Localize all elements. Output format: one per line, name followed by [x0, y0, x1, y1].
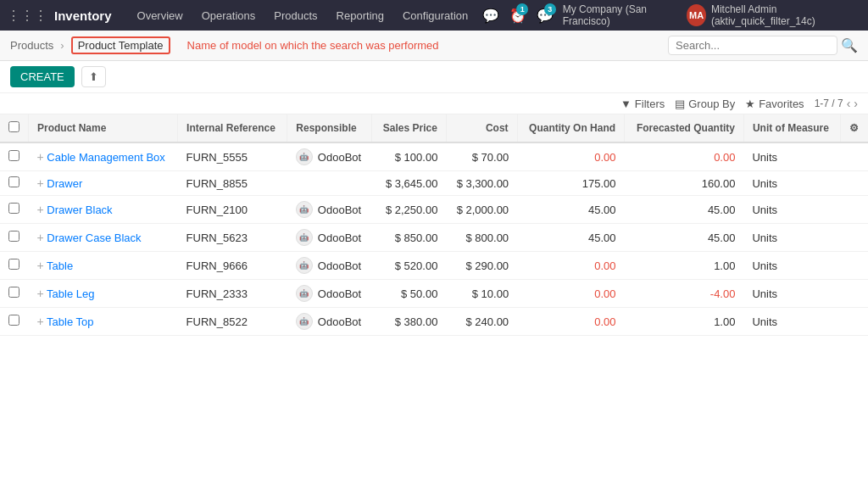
messages-icon[interactable]: 💬 3: [535, 3, 555, 27]
col-product-name[interactable]: Product Name: [29, 114, 178, 142]
product-name-text[interactable]: Table Top: [47, 315, 93, 328]
table-row[interactable]: + Drawer Case BlackFURN_5623🤖OdooBot$ 85…: [0, 224, 868, 252]
cell-unit-of-measure: Units: [743, 171, 840, 196]
cell-unit-of-measure: Units: [743, 142, 840, 171]
cell-product-name: + Table Leg: [29, 280, 178, 308]
responsible-name: OdooBot: [318, 315, 361, 328]
product-name-text[interactable]: Table: [47, 259, 73, 272]
table-row[interactable]: + TableFURN_9666🤖OdooBot$ 520.00$ 290.00…: [0, 252, 868, 280]
table-row[interactable]: + DrawerFURN_8855$ 3,645.00$ 3,300.00175…: [0, 171, 868, 196]
group-by-button[interactable]: ▤ Group By: [675, 98, 735, 110]
col-settings-button[interactable]: ⚙: [841, 114, 868, 142]
next-page-button[interactable]: ›: [854, 97, 858, 110]
cell-forecasted-qty: 1.00: [625, 252, 744, 280]
company-selector[interactable]: My Company (San Francisco): [563, 3, 681, 27]
expand-icon[interactable]: +: [37, 315, 44, 328]
expand-icon[interactable]: +: [37, 231, 44, 244]
user-name: Mitchell Admin (aktiv_quick_filter_14c): [711, 3, 861, 27]
expand-icon[interactable]: +: [37, 203, 44, 216]
col-cost[interactable]: Cost: [446, 114, 517, 142]
cell-qty-on-hand[interactable]: 45.00: [517, 196, 624, 224]
cell-forecasted-qty: 0.00: [625, 142, 744, 171]
cell-responsible: 🤖OdooBot: [287, 308, 372, 336]
create-button[interactable]: CREATE: [10, 66, 75, 87]
row-checkbox[interactable]: [8, 287, 19, 298]
table-wrapper: Product Name Internal Reference Responsi…: [0, 114, 868, 336]
responsible-name: OdooBot: [318, 259, 361, 272]
grid-icon[interactable]: ⋮⋮⋮: [7, 8, 47, 24]
row-checkbox[interactable]: [8, 150, 19, 161]
cell-unit-of-measure: Units: [743, 308, 840, 336]
upload-button[interactable]: ⬆: [81, 66, 106, 87]
prev-page-button[interactable]: ‹: [847, 97, 851, 110]
cell-internal-ref: FURN_8855: [178, 171, 287, 196]
cell-row-settings: [841, 308, 868, 336]
col-qty-on-hand[interactable]: Quantity On Hand: [517, 114, 624, 142]
table-row[interactable]: + Drawer BlackFURN_2100🤖OdooBot$ 2,250.0…: [0, 196, 868, 224]
cell-row-settings: [841, 142, 868, 171]
nav-products[interactable]: Products: [265, 6, 326, 25]
product-name-text[interactable]: Drawer: [47, 177, 82, 190]
cell-qty-on-hand[interactable]: 45.00: [517, 224, 624, 252]
messages-badge: 3: [544, 3, 556, 15]
star-icon: ★: [745, 98, 755, 110]
product-name-text[interactable]: Drawer Black: [47, 204, 112, 216]
row-checkbox[interactable]: [8, 231, 19, 242]
breadcrumb-current: Product Template: [71, 36, 170, 54]
cell-qty-on-hand[interactable]: 0.00: [517, 280, 624, 308]
expand-icon[interactable]: +: [37, 259, 44, 272]
breadcrumb-bar: Products › Product Template Name of mode…: [0, 31, 868, 61]
product-name-text[interactable]: Table Leg: [47, 287, 94, 300]
expand-icon[interactable]: +: [37, 176, 44, 190]
search-input[interactable]: [668, 36, 837, 55]
cell-qty-on-hand[interactable]: 0.00: [517, 252, 624, 280]
cell-qty-on-hand[interactable]: 0.00: [517, 308, 624, 336]
user-menu[interactable]: MA Mitchell Admin (aktiv_quick_filter_14…: [687, 3, 861, 27]
product-name-text[interactable]: Cable Management Box: [47, 151, 164, 164]
col-forecasted-qty[interactable]: Forecasted Quantity: [625, 114, 744, 142]
cell-forecasted-qty: -4.00: [625, 280, 744, 308]
nav-reporting[interactable]: Reporting: [328, 6, 392, 25]
top-navigation: Overview Operations Products Reporting C…: [129, 6, 477, 25]
select-all-checkbox[interactable]: [8, 121, 19, 132]
search-button[interactable]: 🔍: [841, 37, 858, 53]
cell-responsible: 🤖OdooBot: [287, 280, 372, 308]
responsible-avatar: 🤖: [296, 257, 313, 274]
nav-overview[interactable]: Overview: [129, 6, 192, 25]
row-checkbox[interactable]: [8, 176, 19, 187]
groupby-icon: ▤: [675, 98, 685, 110]
product-name-text[interactable]: Drawer Case Black: [47, 232, 141, 244]
cell-internal-ref: FURN_2333: [178, 280, 287, 308]
row-checkbox[interactable]: [8, 315, 19, 326]
topbar-right: 💬 ⏰ 1 💬 3 My Company (San Francisco) MA …: [480, 3, 861, 27]
breadcrumb-parent[interactable]: Products: [10, 39, 53, 52]
responsible-avatar: 🤖: [296, 148, 313, 165]
cell-product-name: + Table Top: [29, 308, 178, 336]
table-row[interactable]: + Cable Management BoxFURN_5555🤖OdooBot$…: [0, 142, 868, 171]
col-unit-of-measure[interactable]: Unit of Measure: [743, 114, 840, 142]
select-all-checkbox-cell[interactable]: [0, 114, 29, 142]
filters-button[interactable]: ▼ Filters: [620, 98, 665, 110]
user-avatar: MA: [687, 4, 706, 26]
pagination-text: 1-7 / 7: [815, 98, 843, 109]
favorites-button[interactable]: ★ Favorites: [745, 98, 804, 110]
nav-configuration[interactable]: Configuration: [394, 6, 476, 25]
responsible-name: OdooBot: [318, 151, 361, 164]
activity-icon[interactable]: ⏰ 1: [508, 3, 528, 27]
nav-operations[interactable]: Operations: [193, 6, 264, 25]
table-row[interactable]: + Table LegFURN_2333🤖OdooBot$ 50.00$ 10.…: [0, 280, 868, 308]
cell-qty-on-hand[interactable]: 175.00: [517, 171, 624, 196]
expand-icon[interactable]: +: [37, 150, 44, 164]
row-checkbox[interactable]: [8, 203, 19, 214]
table-row[interactable]: + Table TopFURN_8522🤖OdooBot$ 380.00$ 24…: [0, 308, 868, 336]
cell-qty-on-hand[interactable]: 0.00: [517, 142, 624, 171]
cell-responsible: [287, 171, 372, 196]
col-sales-price[interactable]: Sales Price: [372, 114, 446, 142]
col-internal-ref[interactable]: Internal Reference: [178, 114, 287, 142]
expand-icon[interactable]: +: [37, 287, 44, 300]
chat-icon[interactable]: 💬: [480, 3, 500, 27]
cell-sales-price: $ 380.00: [372, 308, 446, 336]
col-responsible[interactable]: Responsible: [287, 114, 372, 142]
responsible-avatar: 🤖: [296, 201, 313, 218]
row-checkbox[interactable]: [8, 259, 19, 270]
